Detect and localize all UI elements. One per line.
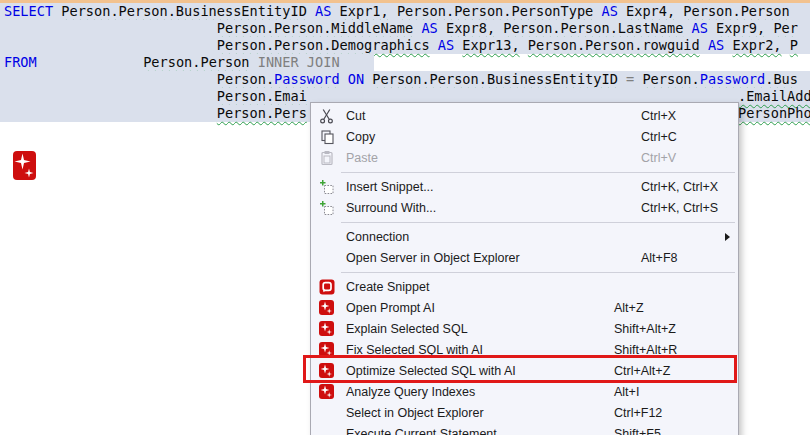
code-token: AS	[708, 37, 724, 53]
ai-sparkle-icon	[318, 299, 335, 316]
menu-item-label: Select in Object Explorer	[346, 406, 484, 420]
menu-item-create-snippet[interactable]: Create Snippet	[311, 276, 738, 297]
menu-item-label: Execute Current Statement	[346, 427, 497, 435]
menu-item-shortcut: Shift+Alt+Z	[614, 322, 676, 336]
code-token: ON	[348, 71, 364, 87]
code-token	[4, 71, 217, 87]
paste-icon	[318, 149, 335, 166]
menu-item-label: Cut	[346, 109, 365, 123]
menu-item-shortcut: Alt+I	[614, 385, 639, 399]
code-token	[430, 37, 438, 53]
menu-item-copy[interactable]: CopyCtrl+C	[311, 126, 738, 147]
menu-item-analyze-query-indexes[interactable]: Analyze Query IndexesAlt+I	[311, 381, 738, 402]
menu-item-shortcut: Ctrl+K, Ctrl+X	[641, 180, 718, 194]
code-token	[683, 20, 691, 36]
code-token: AS	[421, 20, 437, 36]
submenu-arrow-icon	[725, 233, 730, 241]
code-token: INNER JOIN	[258, 54, 340, 70]
code-token: Expr4,	[626, 3, 675, 19]
menu-item-label: Paste	[346, 151, 378, 165]
code-line[interactable]: Person.Person.Demographics AS Expr13, Pe…	[0, 37, 798, 54]
code-token	[389, 3, 397, 19]
code-line[interactable]: Person.Pers	[0, 105, 307, 122]
code-token	[4, 37, 217, 53]
code-token: =	[626, 71, 634, 87]
menu-item-open-prompt-ai[interactable]: Open Prompt AIAlt+Z	[311, 297, 738, 318]
code-token	[340, 71, 348, 87]
code-fragment: .EmailAdd	[738, 88, 810, 105]
ai-sparkle-icon	[318, 320, 335, 337]
code-token: Person.Person.BusinessEntityID	[61, 3, 307, 19]
code-line[interactable]: Person.Emai	[0, 88, 307, 105]
menu-separator	[341, 172, 735, 173]
code-token: Expr2,	[732, 37, 781, 53]
menu-item-surround-with[interactable]: Surround With...Ctrl+K, Ctrl+S	[311, 197, 738, 218]
menu-item-label: Surround With...	[346, 201, 436, 215]
copy-icon	[318, 128, 335, 145]
menu-item-execute-current-statement[interactable]: Execute Current StatementShift+F5	[311, 423, 738, 435]
code-line[interactable]: FROM Person.Person INNER JOIN	[0, 54, 340, 71]
code-token: Person.	[217, 71, 274, 87]
code-token	[331, 3, 339, 19]
create-snippet-icon	[318, 278, 335, 295]
code-token	[700, 37, 708, 53]
code-token	[782, 37, 790, 53]
code-line[interactable]: Person.Person.MiddleName AS Expr8, Perso…	[0, 20, 798, 37]
menu-item-label: Connection	[346, 230, 409, 244]
code-token: Person.Person	[143, 54, 249, 70]
menu-item-label: Copy	[346, 130, 375, 144]
code-token	[708, 20, 716, 36]
code-token: Expr13,	[462, 37, 519, 53]
code-token: Person.Person.PersonType	[397, 3, 593, 19]
menu-item-label: Open Prompt AI	[346, 301, 435, 315]
code-token	[520, 37, 528, 53]
cut-icon	[318, 107, 335, 124]
code-token	[4, 105, 217, 121]
menu-item-shortcut: Ctrl+C	[641, 130, 677, 144]
menu-item-shortcut: Alt+F8	[641, 251, 677, 265]
menu-item-connection[interactable]: Connection	[311, 226, 738, 247]
code-token: FROM	[4, 54, 37, 70]
menu-separator	[341, 272, 735, 273]
code-token	[618, 3, 626, 19]
code-token: Person.Person.MiddleName	[217, 20, 413, 36]
menu-item-shortcut: Ctrl+X	[641, 109, 676, 123]
menu-item-insert-snippet[interactable]: Insert Snippet...Ctrl+K, Ctrl+X	[311, 176, 738, 197]
code-token	[4, 88, 217, 104]
prompt-ai-floating-button[interactable]	[13, 151, 36, 180]
code-token	[618, 71, 626, 87]
code-token: SELECT	[4, 3, 53, 19]
menu-item-cut[interactable]: CutCtrl+X	[311, 105, 738, 126]
code-token: Per	[773, 20, 798, 36]
menu-item-label: Create Snippet	[346, 280, 429, 294]
menu-item-shortcut: Alt+Z	[614, 301, 644, 315]
menu-item-shortcut: Shift+F5	[614, 427, 661, 435]
code-line[interactable]: SELECT Person.Person.BusinessEntityID AS…	[0, 3, 790, 20]
code-token: .Bus	[765, 71, 798, 87]
code-token	[307, 3, 315, 19]
snippet-icon	[318, 178, 335, 195]
code-token	[4, 20, 217, 36]
menu-item-shortcut: Ctrl+V	[641, 151, 676, 165]
menu-item-select-in-object-explorer[interactable]: Select in Object ExplorerCtrl+F12	[311, 402, 738, 423]
optimize-highlight-box	[303, 355, 737, 383]
ai-sparkle-icon	[318, 383, 335, 400]
menu-item-label: Open Server in Object Explorer	[346, 251, 520, 265]
code-token	[438, 20, 446, 36]
code-token: Password	[274, 71, 339, 87]
code-line[interactable]: Person.Password ON Person.Person.Busines…	[0, 71, 798, 88]
code-token: Person.Person.rowguid	[528, 37, 700, 53]
menu-item-open-server-in-object-explorer[interactable]: Open Server in Object ExplorerAlt+F8	[311, 247, 738, 268]
code-token: AS	[315, 3, 331, 19]
menu-separator	[341, 222, 735, 223]
context-menu: CutCtrl+XCopyCtrl+CPasteCtrl+VInsert Sni…	[310, 102, 739, 435]
code-token	[37, 54, 143, 70]
menu-item-shortcut: Ctrl+F12	[614, 406, 662, 420]
code-token: Person.Person.LastName	[503, 20, 683, 36]
menu-item-explain-selected-sql[interactable]: Explain Selected SQLShift+Alt+Z	[311, 318, 738, 339]
menu-item-label: Insert Snippet...	[346, 180, 434, 194]
code-token: Expr9,	[716, 20, 765, 36]
surround-icon	[318, 199, 335, 216]
code-token: Password	[700, 71, 765, 87]
code-token: AS	[438, 37, 454, 53]
